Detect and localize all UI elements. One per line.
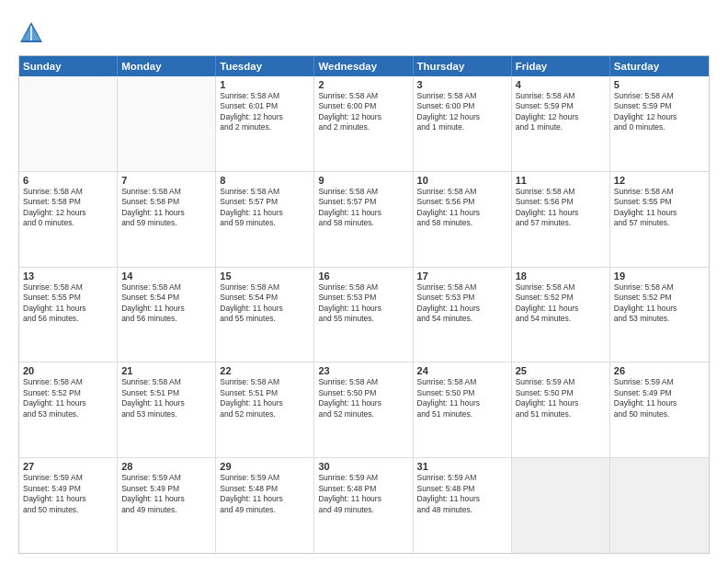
- calendar-cell-18: 18Sunrise: 5:58 AMSunset: 5:52 PMDayligh…: [512, 268, 610, 362]
- cell-info-line: Sunrise: 5:59 AM: [614, 377, 705, 387]
- day-number: 19: [614, 270, 705, 282]
- cell-info-line: Sunset: 6:00 PM: [318, 101, 408, 111]
- cell-info-line: Daylight: 11 hours: [23, 494, 113, 504]
- cell-info-line: Daylight: 11 hours: [23, 398, 113, 408]
- header-day-wednesday: Wednesday: [314, 56, 413, 76]
- cell-info-line: Sunset: 5:49 PM: [614, 388, 705, 398]
- cell-info-line: and 57 minutes.: [614, 218, 705, 228]
- cell-info-line: and 57 minutes.: [516, 218, 606, 228]
- cell-info-line: Sunrise: 5:58 AM: [318, 377, 408, 387]
- calendar-cell-3: 3Sunrise: 5:58 AMSunset: 6:00 PMDaylight…: [414, 76, 512, 171]
- cell-info-line: Daylight: 11 hours: [220, 208, 310, 218]
- cell-info-line: Daylight: 11 hours: [318, 208, 408, 218]
- day-number: 1: [220, 79, 310, 90]
- calendar-cell-19: 19Sunrise: 5:58 AMSunset: 5:52 PMDayligh…: [610, 268, 709, 362]
- cell-info-line: Daylight: 11 hours: [614, 398, 705, 408]
- cell-info-line: Sunrise: 5:58 AM: [516, 187, 606, 197]
- cell-info-line: Daylight: 11 hours: [318, 494, 408, 504]
- header-day-monday: Monday: [118, 56, 216, 76]
- logo: [18, 20, 48, 46]
- cell-info-line: Sunrise: 5:58 AM: [614, 282, 705, 293]
- cell-info-line: and 53 minutes.: [121, 409, 211, 419]
- cell-info-line: Sunrise: 5:58 AM: [417, 187, 507, 197]
- calendar-cell-29: 29Sunrise: 5:59 AMSunset: 5:48 PMDayligh…: [216, 458, 314, 553]
- calendar-cell-26: 26Sunrise: 5:59 AMSunset: 5:49 PMDayligh…: [610, 362, 709, 457]
- header-day-thursday: Thursday: [414, 56, 512, 76]
- cell-info-line: Sunrise: 5:58 AM: [220, 377, 310, 387]
- cell-info-line: Sunset: 5:48 PM: [220, 484, 310, 494]
- cell-info-line: Daylight: 11 hours: [121, 208, 211, 218]
- cell-info-line: Daylight: 11 hours: [614, 208, 705, 218]
- calendar-cell-4: 4Sunrise: 5:58 AMSunset: 5:59 PMDaylight…: [512, 76, 610, 171]
- day-number: 27: [23, 461, 113, 472]
- cell-info-line: Sunset: 6:01 PM: [220, 101, 310, 111]
- day-number: 30: [318, 461, 408, 472]
- cell-info-line: and 0 minutes.: [614, 122, 705, 132]
- cell-info-line: Sunrise: 5:58 AM: [121, 282, 211, 293]
- cell-info-line: Sunset: 5:49 PM: [121, 484, 211, 494]
- calendar-body: 1Sunrise: 5:58 AMSunset: 6:01 PMDaylight…: [19, 76, 709, 553]
- cell-info-line: Sunrise: 5:59 AM: [121, 473, 211, 483]
- calendar-cell-17: 17Sunrise: 5:58 AMSunset: 5:53 PMDayligh…: [414, 268, 512, 362]
- calendar-cell-25: 25Sunrise: 5:59 AMSunset: 5:50 PMDayligh…: [512, 362, 610, 457]
- day-number: 5: [614, 79, 705, 90]
- page: SundayMondayTuesdayWednesdayThursdayFrid…: [0, 0, 728, 563]
- day-number: 21: [121, 365, 211, 376]
- calendar-week-4: 20Sunrise: 5:58 AMSunset: 5:52 PMDayligh…: [19, 362, 709, 458]
- cell-info-line: Daylight: 11 hours: [121, 494, 211, 504]
- day-number: 13: [23, 270, 113, 282]
- day-number: 14: [121, 270, 211, 282]
- day-number: 4: [516, 79, 606, 90]
- calendar-cell-8: 8Sunrise: 5:58 AMSunset: 5:57 PMDaylight…: [216, 172, 314, 267]
- calendar-cell-20: 20Sunrise: 5:58 AMSunset: 5:52 PMDayligh…: [19, 362, 118, 457]
- cell-info-line: and 50 minutes.: [614, 409, 705, 419]
- calendar-cell-9: 9Sunrise: 5:58 AMSunset: 5:57 PMDaylight…: [314, 172, 413, 267]
- calendar-header-row: SundayMondayTuesdayWednesdayThursdayFrid…: [19, 56, 709, 76]
- calendar-cell-30: 30Sunrise: 5:59 AMSunset: 5:48 PMDayligh…: [314, 458, 413, 553]
- cell-info-line: Sunrise: 5:58 AM: [516, 91, 606, 101]
- day-number: 17: [417, 270, 507, 282]
- day-number: 16: [318, 270, 408, 282]
- cell-info-line: Sunrise: 5:58 AM: [220, 91, 310, 101]
- cell-info-line: Daylight: 11 hours: [121, 304, 211, 314]
- cell-info-line: Daylight: 11 hours: [516, 398, 606, 408]
- cell-info-line: Sunrise: 5:58 AM: [417, 377, 507, 387]
- cell-info-line: and 51 minutes.: [417, 409, 507, 419]
- cell-info-line: Sunrise: 5:58 AM: [220, 187, 310, 197]
- cell-info-line: Daylight: 11 hours: [516, 304, 606, 314]
- cell-info-line: Sunrise: 5:58 AM: [614, 187, 705, 197]
- cell-info-line: Sunrise: 5:58 AM: [318, 187, 408, 197]
- cell-info-line: and 56 minutes.: [121, 314, 211, 324]
- cell-info-line: Daylight: 12 hours: [614, 112, 705, 122]
- calendar-cell-21: 21Sunrise: 5:58 AMSunset: 5:51 PMDayligh…: [118, 362, 216, 457]
- cell-info-line: Daylight: 11 hours: [417, 494, 507, 504]
- calendar-cell-empty: [118, 76, 216, 171]
- header-day-friday: Friday: [512, 56, 610, 76]
- cell-info-line: Daylight: 11 hours: [417, 208, 507, 218]
- calendar-cell-2: 2Sunrise: 5:58 AMSunset: 6:00 PMDaylight…: [314, 76, 413, 171]
- header-day-tuesday: Tuesday: [216, 56, 314, 76]
- cell-info-line: Daylight: 12 hours: [318, 112, 408, 122]
- calendar-cell-empty: [19, 76, 118, 171]
- cell-info-line: Daylight: 11 hours: [614, 304, 705, 314]
- day-number: 28: [121, 461, 211, 472]
- cell-info-line: Sunset: 5:56 PM: [516, 197, 606, 207]
- cell-info-line: and 58 minutes.: [417, 218, 507, 228]
- calendar-week-2: 6Sunrise: 5:58 AMSunset: 5:58 PMDaylight…: [19, 172, 709, 268]
- calendar-cell-12: 12Sunrise: 5:58 AMSunset: 5:55 PMDayligh…: [610, 172, 709, 267]
- calendar-cell-14: 14Sunrise: 5:58 AMSunset: 5:54 PMDayligh…: [118, 268, 216, 362]
- cell-info-line: and 50 minutes.: [23, 505, 113, 515]
- cell-info-line: Sunset: 5:51 PM: [220, 388, 310, 398]
- cell-info-line: Sunrise: 5:59 AM: [23, 473, 113, 483]
- cell-info-line: Sunset: 5:59 PM: [614, 101, 705, 111]
- day-number: 3: [417, 79, 507, 90]
- cell-info-line: Daylight: 11 hours: [220, 398, 310, 408]
- cell-info-line: and 55 minutes.: [220, 314, 310, 324]
- cell-info-line: Sunset: 5:53 PM: [417, 293, 507, 303]
- cell-info-line: and 59 minutes.: [220, 218, 310, 228]
- cell-info-line: Sunrise: 5:58 AM: [614, 91, 705, 101]
- cell-info-line: Sunset: 5:52 PM: [614, 293, 705, 303]
- cell-info-line: Sunset: 5:52 PM: [516, 293, 606, 303]
- day-number: 25: [516, 365, 606, 376]
- cell-info-line: Sunset: 5:59 PM: [516, 101, 606, 111]
